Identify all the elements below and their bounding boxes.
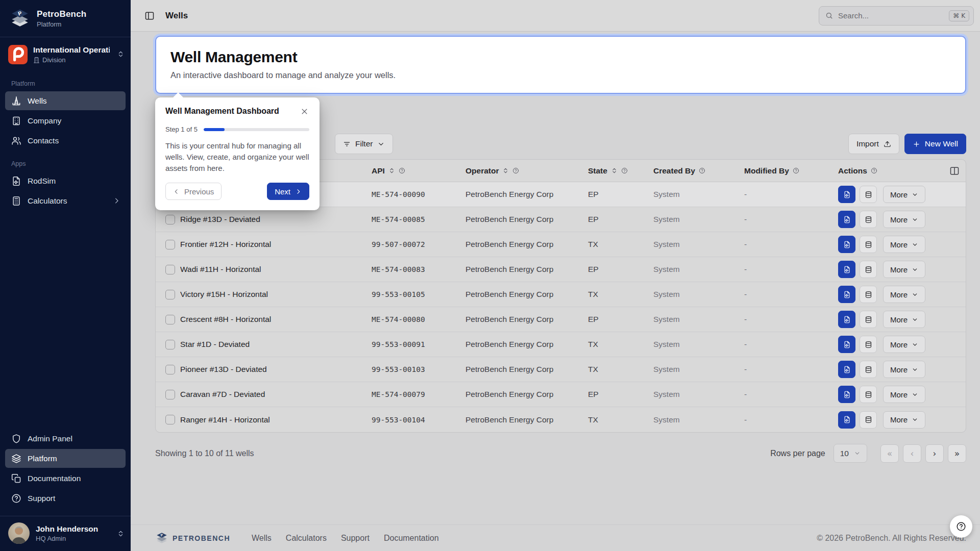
header-state[interactable]: State [588,166,653,176]
rodsim-action-button[interactable] [838,411,855,429]
cell-well-name[interactable]: Frontier #12H - Horizontal [180,240,372,249]
database-action-button[interactable] [860,211,877,228]
column-view-button[interactable] [943,166,966,176]
row-checkbox[interactable] [165,240,175,249]
previous-page-button[interactable]: ‹ [903,444,921,463]
previous-step-button[interactable]: Previous [165,183,222,200]
row-checkbox[interactable] [165,215,175,224]
cell-well-name[interactable]: Ridge #13D - Deviated [180,215,372,224]
sidebar-toggle-button[interactable] [141,7,158,24]
next-step-button[interactable]: Next [267,183,309,200]
sidebar-item[interactable]: RodSim [5,171,126,190]
row-checkbox[interactable] [165,390,175,399]
rodsim-action-button[interactable] [838,336,855,353]
database-action-button[interactable] [860,186,877,203]
table-row[interactable]: Ridge #13D - Deviated ME-574-00085 Petro… [156,207,966,232]
close-button[interactable] [300,107,309,118]
sidebar-item[interactable]: Contacts [5,131,126,150]
footer-link[interactable]: Calculators [286,534,327,543]
rodsim-action-button[interactable] [838,386,855,403]
global-search[interactable]: ⌘ K [819,6,974,26]
row-checkbox[interactable] [165,265,175,274]
table-row[interactable]: Crescent #8H - Horizontal ME-574-00080 P… [156,307,966,332]
sidebar-item[interactable]: Wells [5,91,126,110]
sidebar-footer-item[interactable]: Platform [5,449,126,468]
help-icon[interactable] [793,167,799,174]
rodsim-action-button[interactable] [838,186,855,203]
sidebar-item[interactable]: Company [5,111,126,130]
cell-well-name[interactable]: Caravan #7D - Deviated [180,390,372,399]
row-checkbox[interactable] [165,415,175,424]
header-operator[interactable]: Operator [465,166,588,176]
database-action-button[interactable] [860,336,877,353]
sidebar-footer-item[interactable]: Admin Panel [5,429,126,448]
row-more-button[interactable]: More [883,236,925,253]
row-more-button[interactable]: More [883,336,925,353]
row-more-button[interactable]: More [883,211,925,228]
database-action-button[interactable] [860,386,877,403]
sidebar-item[interactable]: Calculators [5,191,126,210]
rodsim-action-button[interactable] [838,261,855,278]
help-icon[interactable] [512,167,519,174]
rodsim-action-button[interactable] [838,361,855,378]
help-fab-button[interactable] [950,515,972,538]
database-action-button[interactable] [860,361,877,378]
row-more-button[interactable]: More [883,311,925,328]
header-created-by[interactable]: Created By [653,166,744,176]
database-action-button[interactable] [860,311,877,328]
first-page-button[interactable]: « [880,444,899,463]
rodsim-action-button[interactable] [838,211,855,228]
rodsim-action-button[interactable] [838,286,855,303]
row-more-button[interactable]: More [883,386,925,403]
org-switcher[interactable]: International Operatio Division [0,37,131,71]
sort-icon[interactable] [502,167,509,174]
help-icon[interactable] [399,167,405,174]
import-button[interactable]: Import [848,134,899,154]
table-row[interactable]: Caravan #7D - Deviated ME-574-00079 Petr… [156,382,966,407]
rodsim-action-button[interactable] [838,236,855,253]
header-modified-by[interactable]: Modified By [744,166,838,176]
table-row[interactable]: Victory #15H - Horizontal 99-553-00105 P… [156,282,966,307]
database-action-button[interactable] [860,286,877,303]
cell-well-name[interactable]: Pioneer #13D - Deviated [180,365,372,374]
sidebar-footer-item[interactable]: Documentation [5,469,126,488]
footer-link[interactable]: Wells [252,534,272,543]
row-checkbox[interactable] [165,290,175,299]
cell-well-name[interactable]: Crescent #8H - Horizontal [180,315,372,324]
row-more-button[interactable]: More [883,411,925,429]
database-action-button[interactable] [860,261,877,278]
help-icon[interactable] [871,167,877,174]
cell-well-name[interactable]: Ranger #14H - Horizontal [180,415,372,424]
row-more-button[interactable]: More [883,286,925,303]
header-api[interactable]: API [372,166,465,176]
database-action-button[interactable] [860,411,877,429]
table-row[interactable]: Wadi #11H - Horizontal ME-574-00083 Petr… [156,257,966,282]
footer-link[interactable]: Documentation [384,534,439,543]
last-page-button[interactable]: » [948,444,966,463]
cell-well-name[interactable]: Wadi #11H - Horizontal [180,265,372,274]
footer-link[interactable]: Support [341,534,370,543]
rows-per-page-select[interactable]: 10 [834,444,867,463]
row-checkbox[interactable] [165,365,175,374]
search-input[interactable] [838,11,944,20]
next-page-button[interactable]: › [925,444,944,463]
user-menu[interactable]: John Henderson HQ Admin [0,516,131,551]
table-row[interactable]: Pioneer #13D - Deviated 99-553-00103 Pet… [156,357,966,382]
table-row[interactable]: Frontier #12H - Horizontal 99-507-00072 … [156,232,966,257]
row-more-button[interactable]: More [883,361,925,378]
help-icon[interactable] [699,167,705,174]
sidebar-footer-item[interactable]: Support [5,489,126,508]
row-more-button[interactable]: More [883,186,925,203]
help-icon[interactable] [621,167,628,174]
row-more-button[interactable]: More [883,261,925,278]
filter-button[interactable]: Filter [335,134,393,154]
row-checkbox[interactable] [165,315,175,324]
table-row[interactable]: Ranger #14H - Horizontal 99-553-00104 Pe… [156,407,966,432]
cell-well-name[interactable]: Star #1D - Deviated [180,340,372,349]
database-action-button[interactable] [860,236,877,253]
sort-icon[interactable] [388,167,395,174]
row-checkbox[interactable] [165,340,175,349]
new-well-button[interactable]: New Well [904,134,966,154]
sort-icon[interactable] [611,167,618,174]
table-row[interactable]: Star #1D - Deviated 99-553-00091 PetroBe… [156,332,966,357]
